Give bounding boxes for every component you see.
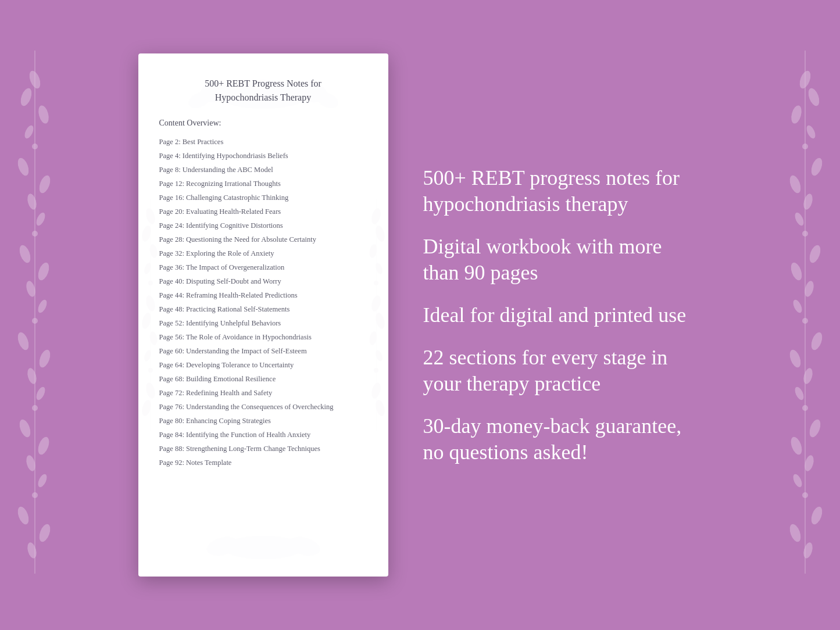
doc-watermark-bottom (182, 530, 345, 565)
svg-point-87 (374, 349, 383, 362)
svg-point-76 (144, 382, 156, 400)
svg-point-81 (369, 244, 378, 259)
table-of-contents: Page 2: Best PracticesPage 4: Identifyin… (159, 136, 367, 468)
svg-point-85 (374, 312, 384, 330)
svg-point-80 (374, 225, 384, 243)
content-overview-label: Content Overview: (159, 119, 367, 128)
features-panel: 500+ REBT progress notes for hypochondri… (423, 165, 702, 466)
svg-point-93 (205, 534, 241, 559)
svg-point-77 (142, 399, 152, 417)
toc-list-item: Page 32: Exploring the Role of Anxiety (159, 248, 367, 259)
svg-point-92 (223, 536, 304, 559)
feature-item: Digital workbook with more than 90 pages (423, 234, 702, 286)
doc-side-decor-right (367, 199, 385, 431)
toc-list-item: Page 52: Identifying Unhelpful Behaviors (159, 317, 367, 329)
toc-list-item: Page 20: Evaluating Health-Related Fears (159, 206, 367, 217)
toc-list-item: Page 36: The Impact of Overgeneralizatio… (159, 262, 367, 273)
svg-point-68 (149, 244, 158, 259)
toc-list-item: Page 80: Enhancing Coping Strategies (159, 415, 367, 427)
feature-item: 22 sections for every stage in your ther… (423, 345, 702, 397)
svg-point-70 (148, 281, 153, 285)
toc-list-item: Page 24: Identifying Cognitive Distortio… (159, 220, 367, 231)
feature-item: 500+ REBT progress notes for hypochondri… (423, 165, 702, 217)
toc-list-item: Page 16: Challenging Catastrophic Thinki… (159, 192, 367, 203)
svg-point-73 (149, 331, 158, 346)
main-content: 500+ REBT Progress Notes for Hypochondri… (0, 0, 840, 630)
toc-list-item: Page 12: Recognizing Irrational Thoughts (159, 178, 367, 189)
document-page: 500+ REBT Progress Notes for Hypochondri… (138, 53, 388, 577)
svg-point-69 (142, 262, 152, 275)
svg-point-84 (370, 295, 382, 313)
svg-point-90 (374, 399, 384, 417)
svg-point-72 (142, 312, 152, 330)
svg-point-95 (256, 539, 270, 553)
svg-point-71 (144, 295, 156, 313)
svg-point-88 (374, 368, 378, 373)
svg-point-83 (374, 281, 378, 285)
toc-list-item: Page 4: Identifying Hypochondriasis Beli… (159, 150, 367, 162)
toc-list-item: Page 64: Developing Tolerance to Uncerta… (159, 359, 367, 371)
svg-point-89 (370, 382, 382, 400)
toc-list-item: Page 76: Understanding the Consequences … (159, 401, 367, 413)
toc-list-item: Page 92: Notes Template (159, 457, 367, 468)
doc-side-decor-left (142, 199, 159, 431)
svg-point-94 (286, 534, 322, 559)
toc-list-item: Page 8: Understanding the ABC Model (159, 164, 367, 176)
toc-list-item: Page 2: Best Practices (159, 136, 367, 148)
svg-point-75 (148, 368, 153, 373)
svg-point-66 (144, 207, 156, 225)
toc-list-item: Page 84: Identifying the Function of Hea… (159, 429, 367, 441)
toc-list-item: Page 88: Strengthening Long-Term Change … (159, 443, 367, 454)
toc-list-item: Page 56: The Role of Avoidance in Hypoch… (159, 331, 367, 343)
toc-list-item: Page 44: Reframing Health-Related Predic… (159, 289, 367, 301)
toc-list-item: Page 68: Building Emotional Resilience (159, 373, 367, 385)
toc-list-item: Page 28: Questioning the Need for Absolu… (159, 234, 367, 245)
svg-point-86 (369, 331, 378, 346)
toc-list-item: Page 40: Disputing Self-Doubt and Worry (159, 275, 367, 287)
svg-point-79 (370, 207, 382, 225)
svg-point-67 (142, 225, 152, 243)
toc-list-item: Page 60: Understanding the Impact of Sel… (159, 345, 367, 357)
svg-point-82 (374, 262, 383, 275)
feature-item: Ideal for digital and printed use (423, 302, 702, 328)
document-title: 500+ REBT Progress Notes for Hypochondri… (159, 77, 367, 105)
toc-list-item: Page 72: Redefining Health and Safety (159, 387, 367, 399)
feature-item: 30-day money-back guarantee, no question… (423, 413, 702, 466)
svg-point-74 (142, 349, 152, 362)
toc-list-item: Page 48: Practicing Rational Self-Statem… (159, 303, 367, 315)
